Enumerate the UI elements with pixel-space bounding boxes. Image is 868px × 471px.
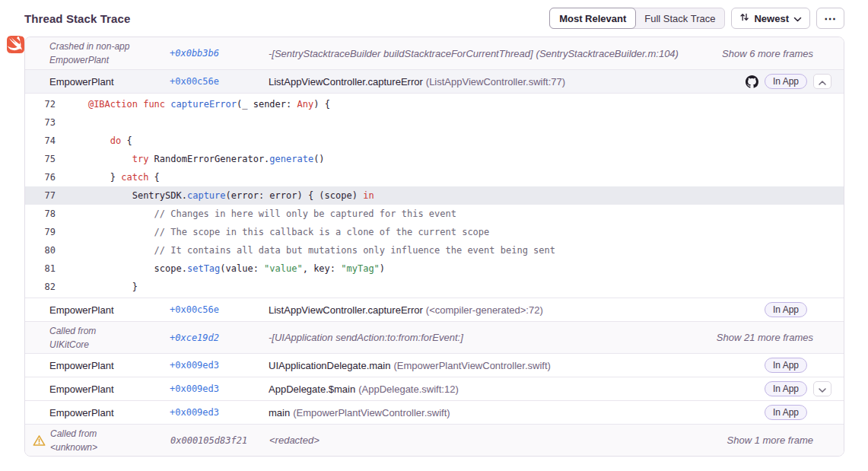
frame-address: +0x009ed3 xyxy=(170,383,269,394)
frame-package: EmpowerPlant xyxy=(49,360,170,371)
frame-package: Crashed in non-appEmpowerPlant xyxy=(49,40,170,67)
line-number: 72 xyxy=(25,99,56,110)
token-plain xyxy=(66,227,154,237)
frame-file-location: (AppDelegate.swift:12) xyxy=(358,383,459,395)
token-cm: // The scope in this callback is a clone… xyxy=(154,227,490,237)
line-number: 82 xyxy=(25,282,56,292)
function-name: AppDelegate.$main xyxy=(269,383,355,395)
token-kw: in xyxy=(363,190,374,201)
in-app-badge: In App xyxy=(765,358,807,373)
token-kw: try xyxy=(132,154,149,164)
frame-function: main(EmpowerPlantViewController.swift) xyxy=(269,407,755,418)
toggle-full-stack-trace[interactable]: Full Stack Trace xyxy=(635,8,724,28)
github-icon[interactable] xyxy=(746,75,758,88)
collapse-frame-button[interactable] xyxy=(813,74,831,89)
expander-spacer xyxy=(813,358,831,373)
frame-function: AppDelegate.$main(AppDelegate.swift:12) xyxy=(269,383,755,395)
line-number: 76 xyxy=(25,172,56,183)
expander-spacer xyxy=(813,405,831,420)
in-app-badge: In App xyxy=(765,74,807,89)
frame-meta: In App xyxy=(765,405,831,420)
frame-meta: In App xyxy=(765,358,831,373)
frame-file-location: (SentryStacktraceBuilder.m:104) xyxy=(536,48,679,59)
frame-package: Called fromUIKitCore xyxy=(49,324,170,352)
token-str: "value" xyxy=(264,263,303,274)
frame-package-line: Crashed in non-app xyxy=(49,40,170,53)
frame-function: -[SentryStacktraceBuilder buildStacktrac… xyxy=(269,48,713,59)
frame-file-location: (EmpowerPlantViewController.swift) xyxy=(293,407,450,418)
frame-file-location: (<compiler-generated>:72) xyxy=(426,304,543,316)
token-plain: (value: xyxy=(220,263,264,274)
code-text: SentrySDK.capture(error: error) { (scope… xyxy=(66,190,374,201)
token-plain xyxy=(66,99,88,110)
frame-meta: Show 6 more frames xyxy=(722,48,831,59)
code-line: 75 try RandomErrorGenerator.generate() xyxy=(25,150,844,168)
show-more-frames-link[interactable]: Show 6 more frames xyxy=(722,48,831,59)
frame-address: +0x009ed3 xyxy=(170,360,269,371)
token-plain xyxy=(66,135,110,146)
token-plain: , key: xyxy=(303,263,342,274)
in-app-badge: In App xyxy=(765,405,807,420)
frame-package: EmpowerPlant xyxy=(49,304,170,316)
code-text: // The scope in this callback is a clone… xyxy=(66,227,489,237)
stack-frame-row[interactable]: EmpowerPlant+0x009ed3main(EmpowerPlantVi… xyxy=(25,400,844,424)
token-plain xyxy=(66,208,154,219)
line-number: 81 xyxy=(25,263,56,274)
function-name: ListAppViewController.captureError xyxy=(269,304,423,316)
show-more-frames-link[interactable]: Show 21 more frames xyxy=(717,332,831,343)
frame-function: -[UIApplication sendAction:to:from:forEv… xyxy=(269,332,707,343)
toggle-most-relevant[interactable]: Most Relevant xyxy=(549,8,636,29)
warning-triangle-icon xyxy=(33,434,46,447)
chevron-down-icon xyxy=(793,13,802,24)
swift-icon xyxy=(7,36,24,53)
line-number: 78 xyxy=(25,208,56,219)
frame-package: EmpowerPlant xyxy=(49,407,170,418)
frame-function: ListAppViewController.captureError(<comp… xyxy=(269,304,755,316)
token-plain: { xyxy=(121,135,132,146)
function-name: -[SentryStacktraceBuilder buildStacktrac… xyxy=(269,48,533,59)
stack-frame-row[interactable]: EmpowerPlant+0x009ed3AppDelegate.$main(A… xyxy=(25,377,844,400)
code-text: try RandomErrorGenerator.generate() xyxy=(66,154,325,164)
in-app-badge: In App xyxy=(765,381,807,396)
frame-package-line: <unknown> xyxy=(50,441,170,454)
chevron-down-icon xyxy=(819,383,826,395)
panel-header: Thread Stack Trace Most RelevantFull Sta… xyxy=(0,0,868,37)
line-number: 80 xyxy=(25,245,56,256)
frame-address: +0x0bb3b6 xyxy=(170,48,269,59)
expand-frame-button[interactable] xyxy=(813,381,831,396)
frame-file-location: (EmpowerPlantViewController.swift) xyxy=(393,360,550,371)
code-line: 82 } xyxy=(25,278,844,296)
token-plain: } xyxy=(66,172,121,183)
function-name: <redacted> xyxy=(269,434,320,446)
frame-function: ListAppViewController.captureError(ListA… xyxy=(269,76,736,88)
function-name: UIApplicationDelegate.main xyxy=(269,360,390,371)
sort-button[interactable]: Newest xyxy=(731,8,810,29)
function-name: main xyxy=(269,407,290,418)
frame-meta: Show 1 more frame xyxy=(727,434,831,446)
show-more-frames-link[interactable]: Show 1 more frame xyxy=(727,434,831,446)
collapsed-frames-row[interactable]: Called fromUIKitCore+0xce19d2-[UIApplica… xyxy=(25,321,844,353)
more-options-button[interactable]: ⋯ xyxy=(816,8,844,29)
function-name: -[UIApplication sendAction:to:from:forEv… xyxy=(269,332,463,343)
line-number: 79 xyxy=(25,227,56,237)
token-str: "myTag" xyxy=(341,263,380,274)
code-text: do { xyxy=(66,135,132,146)
code-line: 80 // It contains all data but mutations… xyxy=(25,241,844,259)
line-number: 73 xyxy=(25,117,56,128)
line-number: 75 xyxy=(25,154,56,164)
collapsed-frames-row[interactable]: Crashed in non-appEmpowerPlant+0x0bb3b6-… xyxy=(25,37,844,69)
line-number: 74 xyxy=(25,135,56,146)
code-text: // Changes in here will only be captured… xyxy=(66,208,456,219)
frame-meta: In App xyxy=(765,381,831,396)
token-cm: // Changes in here will only be captured… xyxy=(154,208,456,219)
stack-frame-row[interactable]: EmpowerPlant+0x00c56eListAppViewControll… xyxy=(25,298,844,321)
token-plain: ) { xyxy=(313,99,330,110)
token-plain xyxy=(66,154,132,164)
code-text: @IBAction func captureError(_ sender: An… xyxy=(66,99,330,110)
stack-frame-row[interactable]: EmpowerPlant+0x00c56eListAppViewControll… xyxy=(25,69,844,93)
header-controls: Most RelevantFull Stack Trace Newest ⋯ xyxy=(549,8,844,29)
code-line: 72 @IBAction func captureError(_ sender:… xyxy=(25,95,844,113)
collapsed-frames-row[interactable]: Called from<unknown>0x000105d83f21<redac… xyxy=(25,424,844,456)
token-plain xyxy=(66,245,154,256)
stack-frame-row[interactable]: EmpowerPlant+0x009ed3UIApplicationDelega… xyxy=(25,353,844,377)
